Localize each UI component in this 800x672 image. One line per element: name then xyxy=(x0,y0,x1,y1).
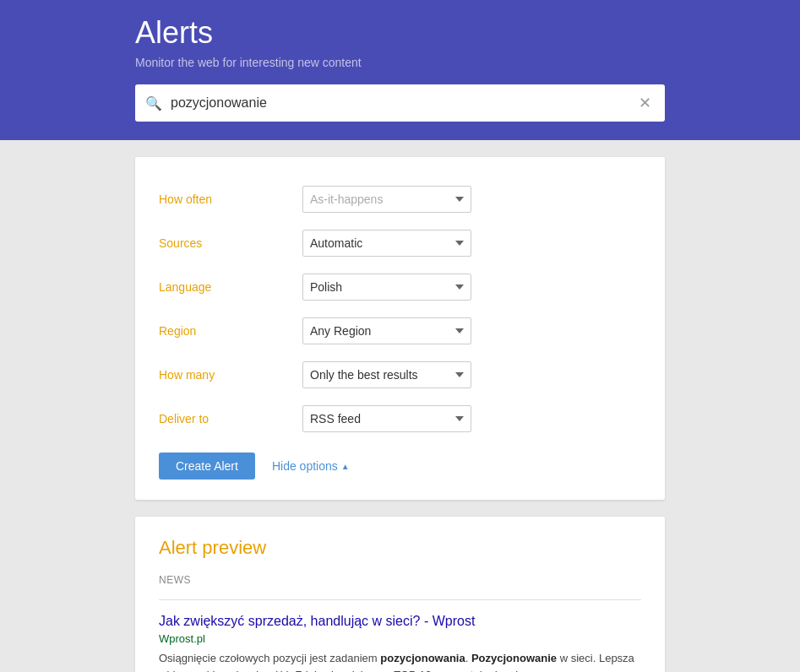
how-many-row: How many Only the best results xyxy=(159,353,641,397)
hide-options-link[interactable]: Hide options ▲ xyxy=(272,459,350,473)
result-source-1: Wprost.pl xyxy=(159,632,641,645)
language-row: Language Polish xyxy=(159,265,641,309)
sources-select[interactable]: Automatic xyxy=(302,230,471,257)
options-card: How often As-it-happens Sources Automati… xyxy=(135,157,665,500)
create-alert-button[interactable]: Create Alert xyxy=(159,453,255,480)
region-row: Region Any Region xyxy=(159,309,641,353)
preview-section-label: NEWS xyxy=(159,574,641,586)
deliver-to-row: Deliver to RSS feed xyxy=(159,397,641,441)
deliver-to-select[interactable]: RSS feed xyxy=(302,405,471,432)
search-input[interactable] xyxy=(171,95,635,111)
result-title-1[interactable]: Jak zwiększyć sprzedaż, handlując w siec… xyxy=(159,614,641,629)
clear-icon[interactable]: ✕ xyxy=(635,92,655,114)
header: Alerts Monitor the web for interesting n… xyxy=(0,0,800,140)
preview-card: Alert preview NEWS Jak zwiększyć sprzeda… xyxy=(135,517,665,672)
how-many-select[interactable]: Only the best results xyxy=(302,361,471,388)
page-subtitle: Monitor the web for interesting new cont… xyxy=(135,56,665,69)
language-select[interactable]: Polish xyxy=(302,274,471,301)
language-label: Language xyxy=(159,280,302,294)
hide-options-label: Hide options xyxy=(272,459,338,473)
button-row: Create Alert Hide options ▲ xyxy=(159,441,641,480)
arrow-up-icon: ▲ xyxy=(341,462,350,471)
preview-title: Alert preview xyxy=(159,537,641,559)
how-often-select[interactable]: As-it-happens xyxy=(302,186,471,213)
deliver-to-label: Deliver to xyxy=(159,412,302,425)
sources-label: Sources xyxy=(159,236,302,250)
search-icon: 🔍 xyxy=(145,95,162,111)
sources-row: Sources Automatic xyxy=(159,221,641,265)
region-select[interactable]: Any Region xyxy=(302,317,471,344)
search-bar: 🔍 ✕ xyxy=(135,84,665,122)
result-item-1: Jak zwiększyć sprzedaż, handlując w siec… xyxy=(159,614,641,672)
how-many-label: How many xyxy=(159,368,302,382)
result-snippet-1: Osiągnięcie czołowych pozycji jest zadan… xyxy=(159,650,641,672)
how-often-label: How often xyxy=(159,192,302,206)
divider-1 xyxy=(159,599,641,600)
page-title: Alerts xyxy=(135,15,665,51)
how-often-row: How often As-it-happens xyxy=(159,177,641,221)
main-content: How often As-it-happens Sources Automati… xyxy=(0,140,800,672)
region-label: Region xyxy=(159,324,302,338)
